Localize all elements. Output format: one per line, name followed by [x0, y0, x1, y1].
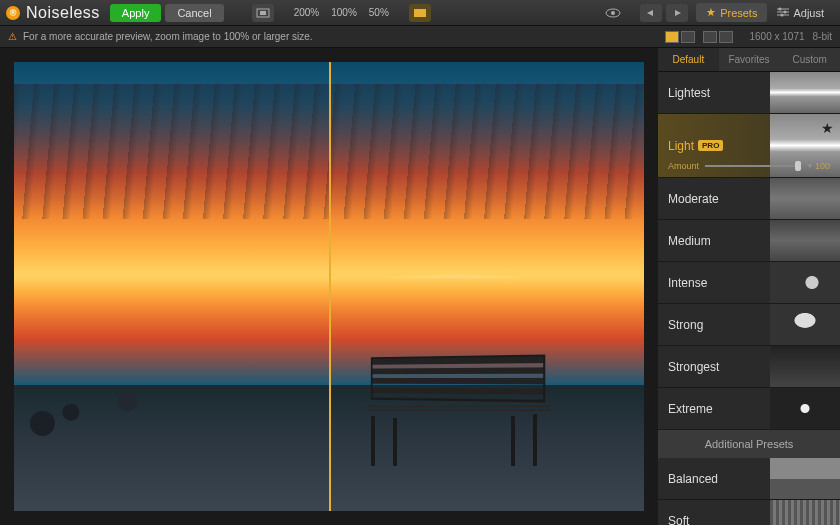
image-dimensions: 1600 x 1071	[749, 31, 804, 42]
preset-label: Strong	[668, 318, 703, 332]
preset-moderate[interactable]: Moderate	[658, 178, 840, 220]
svg-point-4	[611, 11, 615, 15]
main-toolbar: ® Noiseless Apply Cancel 200% 100% 50% ★…	[0, 0, 840, 26]
preset-thumbnail	[770, 178, 840, 219]
preset-strong[interactable]: Strong	[658, 304, 840, 346]
preview-image	[14, 62, 644, 511]
apply-button[interactable]: Apply	[110, 4, 162, 22]
svg-point-10	[781, 13, 784, 16]
preset-medium[interactable]: Medium	[658, 220, 840, 262]
hint-text: For a more accurate preview, zoom image …	[23, 31, 313, 42]
redo-button[interactable]	[666, 4, 688, 22]
preset-strongest[interactable]: Strongest	[658, 346, 840, 388]
svg-point-6	[779, 7, 782, 10]
preset-thumbnail	[770, 220, 840, 261]
preset-intense[interactable]: Intense	[658, 262, 840, 304]
amount-slider[interactable]	[705, 165, 801, 167]
preset-balanced[interactable]: Balanced	[658, 458, 840, 500]
svg-point-8	[784, 10, 787, 13]
preset-extreme[interactable]: Extreme	[658, 388, 840, 430]
preview-eye-icon[interactable]	[602, 4, 624, 22]
preset-thumbnail	[770, 388, 840, 429]
compare-mode-icon[interactable]	[409, 4, 431, 22]
app-logo: ®	[6, 6, 20, 20]
presets-panel-tab[interactable]: ★ Presets	[696, 3, 767, 22]
preset-thumbnail	[770, 72, 840, 113]
zoom-controls: 200% 100% 50%	[290, 5, 393, 20]
tab-favorites[interactable]: Favorites	[719, 48, 780, 71]
preset-label: Soft	[668, 514, 689, 526]
zoom-100[interactable]: 100%	[327, 5, 361, 20]
preset-label: Light	[668, 139, 694, 153]
tab-default[interactable]: Default	[658, 48, 719, 71]
amount-label: Amount	[668, 161, 699, 171]
zoom-200[interactable]: 200%	[290, 5, 324, 20]
preset-label: Intense	[668, 276, 707, 290]
pro-badge: PRO	[698, 140, 723, 151]
preset-soft[interactable]: Soft	[658, 500, 840, 525]
view-toggle-left[interactable]	[665, 31, 695, 43]
preset-list: LightestLightPRO★Amount+ 100ModerateMedi…	[658, 72, 840, 525]
app-title: Noiseless	[26, 4, 100, 22]
image-viewport[interactable]	[0, 48, 658, 525]
fit-screen-icon[interactable]	[252, 4, 274, 22]
view-toggle-right[interactable]	[703, 31, 733, 43]
warning-icon: ⚠	[8, 31, 17, 42]
preset-label: Extreme	[668, 402, 713, 416]
additional-presets-header: Additional Presets	[658, 430, 840, 458]
preset-label: Strongest	[668, 360, 719, 374]
preset-label: Moderate	[668, 192, 719, 206]
amount-value: + 100	[807, 161, 830, 171]
sliders-icon	[777, 7, 789, 19]
preset-thumbnail	[770, 304, 840, 345]
preset-thumbnail	[770, 346, 840, 387]
amount-slider-row: Amount+ 100	[668, 161, 830, 171]
preset-light-selected[interactable]: LightPRO★Amount+ 100	[658, 114, 840, 178]
cancel-button[interactable]: Cancel	[165, 4, 223, 22]
preset-label: Medium	[668, 234, 711, 248]
star-icon: ★	[706, 6, 716, 19]
svg-rect-2	[414, 9, 426, 17]
preset-label: Lightest	[668, 86, 710, 100]
preset-lightest[interactable]: Lightest	[658, 72, 840, 114]
preset-thumbnail	[770, 500, 840, 525]
adjust-panel-tab[interactable]: Adjust	[767, 4, 834, 22]
svg-rect-1	[260, 11, 266, 15]
tab-custom[interactable]: Custom	[779, 48, 840, 71]
preset-thumbnail	[770, 262, 840, 303]
preset-label: Balanced	[668, 472, 718, 486]
adjust-tab-label: Adjust	[793, 7, 824, 19]
image-bit-depth: 8-bit	[813, 31, 832, 42]
presets-sidebar: Default Favorites Custom LightestLightPR…	[658, 48, 840, 525]
zoom-50[interactable]: 50%	[365, 5, 393, 20]
favorite-star-icon[interactable]: ★	[821, 120, 834, 136]
compare-divider[interactable]	[329, 62, 331, 511]
undo-button[interactable]	[640, 4, 662, 22]
preset-thumbnail	[770, 458, 840, 499]
presets-tab-label: Presets	[720, 7, 757, 19]
info-bar: ⚠ For a more accurate preview, zoom imag…	[0, 26, 840, 48]
bench-silhouette	[363, 356, 543, 466]
